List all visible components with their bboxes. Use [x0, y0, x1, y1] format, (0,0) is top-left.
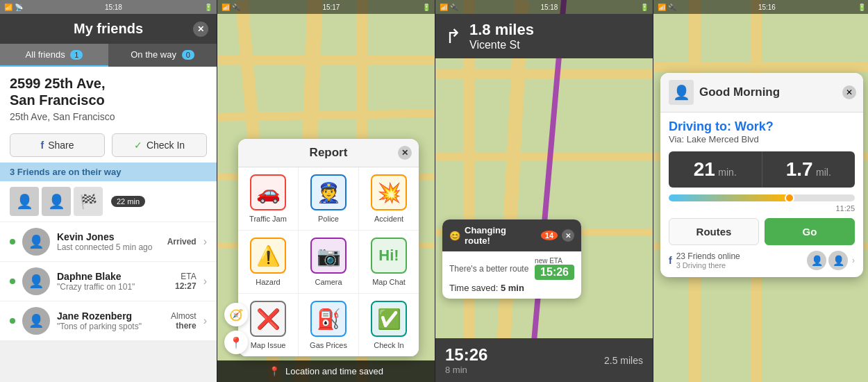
routes-button[interactable]: Routes [669, 218, 759, 245]
friend-avatars-group: 👤 👤 🏁 [10, 187, 103, 216]
nav-mins-remaining: 8 min [445, 365, 487, 375]
nav-distance: 1.8 miles [469, 21, 534, 39]
map-road [217, 56, 435, 65]
location-saved-bar: 📍 Location and time saved [217, 360, 435, 382]
via-text: Via: Lake Merced Blvd [669, 134, 855, 144]
avatar-group-flag: 🏁 [74, 187, 103, 216]
friend-item-jane[interactable]: 👤 Jane Rozenberg "Tons of parking spots"… [0, 301, 217, 341]
address-action-buttons: f Share ✓ Check In [0, 128, 217, 163]
card-header: 👤 Good Morning ✕ [660, 73, 863, 113]
status-time-3: 15:18 [540, 3, 558, 11]
go-button[interactable]: Go [765, 218, 855, 245]
report-overlay: Report ✕ 🚗 Traffic Jam 👮 Police 💥 Accide… [238, 139, 419, 356]
map-background-4: 📶 🔌 15:16 🔋 👤 Good Morning ✕ Driving to:… [653, 0, 868, 382]
report-item-gas-prices[interactable]: ⛽ Gas Prices [299, 294, 358, 356]
address-line1: 2599 25th Ave, [10, 75, 207, 92]
share-button[interactable]: f Share [10, 133, 105, 157]
report-item-accident[interactable]: 💥 Accident [359, 167, 419, 230]
friend-item-daphne[interactable]: 👤 Daphne Blake "Crazy traffic on 101" ET… [0, 262, 217, 301]
compass-icon[interactable]: 🧭 [224, 303, 248, 326]
map-issue-icon: ❌ [250, 301, 286, 337]
friends-driving-sub: 3 Driving there [676, 261, 740, 269]
on-the-way-badge: 0 [182, 50, 194, 60]
online-indicator [10, 279, 15, 284]
report-label-traffic-jam: Traffic Jam [249, 215, 287, 223]
checkin-icon: ✓ [134, 140, 142, 151]
progress-fill [669, 194, 790, 201]
report-item-traffic-jam[interactable]: 🚗 Traffic Jam [238, 167, 298, 230]
report-item-check-in[interactable]: ✅ Check In [359, 294, 419, 356]
facebook-icon: f [40, 140, 44, 151]
police-icon: 👮 [310, 174, 347, 210]
progress-dot [785, 194, 794, 201]
status-bar-4: 📶 🔌 15:16 🔋 [653, 0, 868, 14]
check-in-icon: ✅ [371, 301, 407, 337]
friends-title: My friends [74, 21, 143, 36]
friend-name-daphne: Daphne Blake [57, 271, 168, 282]
route-change-popup: 😊 Changing route! 14 ✕ There's a better … [442, 219, 581, 299]
avatar-group-1: 👤 [10, 187, 39, 216]
friend-name-kevin: Kevin Jones [57, 231, 160, 242]
tab-on-the-way[interactable]: On the way 0 [108, 44, 217, 67]
chevron-right-icon: › [203, 235, 207, 248]
report-panel: 📶 🔌 15:17 🔋 Report ✕ 🚗 Traffic Jam 👮 Pol… [217, 0, 435, 382]
location-saved-text: Location and time saved [285, 366, 383, 376]
group-time-badge: 22 min [111, 196, 145, 207]
report-label-police: Police [318, 215, 339, 223]
stat-min-number: 21 [694, 158, 715, 180]
friend-name-jane: Jane Rozenberg [57, 310, 164, 322]
report-grid: 🚗 Traffic Jam 👮 Police 💥 Accident ⚠️ Haz… [238, 167, 419, 356]
close-friends-button[interactable]: ✕ [193, 22, 208, 37]
report-item-map-chat[interactable]: Hi! Map Chat [359, 231, 419, 293]
map-road [435, 69, 653, 79]
map-nav-icons: 🧭 📍 [224, 303, 248, 354]
report-label-gas-prices: Gas Prices [310, 341, 347, 349]
stat-mil-unit: mil. [816, 167, 831, 178]
turn-icon: ↱ [445, 25, 461, 48]
report-label-camera: Camera [315, 278, 342, 286]
route-better-row: There's a better route new ETA 15:26 [449, 257, 574, 280]
time-saved-value: 5 min [501, 283, 524, 293]
address-line2: San Francisco [10, 92, 207, 108]
chevron-right-icon: › [852, 256, 855, 265]
status-icons-left-3: 📶 🔌 [440, 3, 458, 11]
location-pin-icon[interactable]: 📍 [224, 331, 248, 354]
report-item-camera[interactable]: 📷 Camera [299, 231, 358, 293]
route-popup-close-button[interactable]: ✕ [562, 229, 574, 242]
status-bar-2: 📶 🔌 15:17 🔋 [217, 0, 435, 14]
friends-tabs: All friends 1 On the way 0 [0, 44, 217, 67]
status-time-1: 15:18 [105, 3, 122, 11]
report-label-map-issue: Map Issue [251, 341, 286, 349]
status-time-4: 15:16 [758, 3, 776, 11]
report-label-map-chat: Map Chat [372, 278, 406, 286]
small-avatar-2: 👤 [828, 251, 848, 270]
navigation-panel: 📶 🔌 15:18 🔋 ↱ 1.8 miles Vicente St 😊 Cha… [435, 0, 653, 382]
friend-avatars-small: 👤 👤 [807, 251, 848, 270]
friend-item-kevin[interactable]: 👤 Kevin Jones Last connected 5 min ago A… [0, 222, 217, 262]
tab-all-friends[interactable]: All friends 1 [0, 44, 108, 67]
friend-sub-jane: "Tons of parking spots" [57, 322, 164, 331]
online-indicator [10, 318, 15, 324]
location-icon: 📍 [269, 366, 280, 376]
checkin-button[interactable]: ✓ Check In [112, 133, 207, 157]
status-bar-3: 📶 🔌 15:18 🔋 [435, 0, 653, 14]
gas-prices-icon: ⛽ [310, 301, 347, 337]
report-label-accident: Accident [374, 215, 403, 223]
report-item-police[interactable]: 👮 Police [299, 167, 358, 230]
nav-bottom-right: 2.5 miles [604, 355, 643, 366]
all-friends-badge: 1 [70, 50, 83, 60]
friend-eta-daphne: ETA 12:27 [175, 272, 197, 291]
good-morning-card: 👤 Good Morning ✕ Driving to: Work? Via: … [660, 73, 863, 277]
waze-icon: 😊 [449, 231, 460, 241]
status-icons-right: 🔋 [204, 3, 212, 11]
report-item-hazard[interactable]: ⚠️ Hazard [238, 231, 298, 293]
address-block: 2599 25th Ave, San Francisco 25th Ave, S… [0, 67, 217, 128]
status-icons-right-2: 🔋 [422, 3, 431, 11]
friend-sub-kevin: Last connected 5 min ago [57, 242, 160, 252]
avatar-group-2: 👤 [42, 187, 71, 216]
friend-info-kevin: Kevin Jones Last connected 5 min ago [57, 231, 160, 252]
nav-bottom-bar: 15:26 8 min 2.5 miles [435, 338, 653, 382]
friend-sub-daphne: "Crazy traffic on 101" [57, 282, 168, 292]
report-close-button[interactable]: ✕ [398, 146, 412, 160]
card-close-button[interactable]: ✕ [842, 85, 856, 99]
